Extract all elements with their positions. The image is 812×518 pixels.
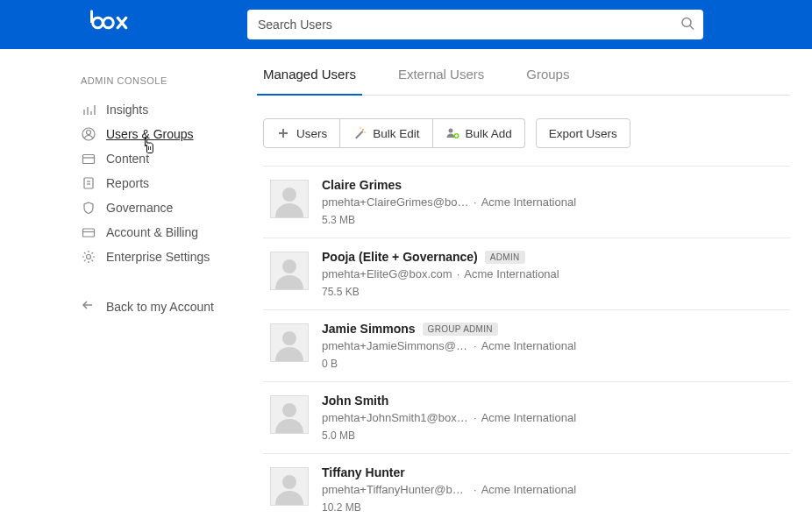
user-icon xyxy=(81,126,96,142)
bulk-add-button[interactable]: Bulk Add xyxy=(433,118,525,148)
export-users-button[interactable]: Export Users xyxy=(536,118,630,148)
sidebar-item-insights[interactable]: Insights xyxy=(81,102,241,117)
sidebar-item-reports[interactable]: Reports xyxy=(81,175,241,191)
separator-icon: · xyxy=(474,339,477,352)
avatar xyxy=(270,252,309,290)
gear-icon xyxy=(81,249,96,265)
button-label: Bulk Edit xyxy=(373,127,419,140)
svg-rect-8 xyxy=(83,155,95,164)
sidebar-item-label: Content xyxy=(106,152,149,166)
back-to-account[interactable]: Back to my Account xyxy=(81,298,241,315)
svg-point-15 xyxy=(87,255,91,259)
sidebar-item-label: Reports xyxy=(106,176,149,190)
arrow-left-icon xyxy=(81,298,96,315)
user-info: Pooja (Elite + Governance)ADMINpmehta+El… xyxy=(322,250,790,298)
sidebar-item-label: Governance xyxy=(106,201,173,215)
separator-icon: · xyxy=(474,483,477,496)
user-info: Tiffany Hunterpmehta+TiffanyHunter@box.c… xyxy=(322,465,790,514)
chart-icon xyxy=(81,102,96,117)
tab-managed-users[interactable]: Managed Users xyxy=(263,67,356,95)
svg-rect-13 xyxy=(83,229,95,237)
user-storage-size: 75.5 KB xyxy=(322,286,790,298)
user-role-badge: GROUP ADMIN xyxy=(423,323,498,336)
back-label: Back to my Account xyxy=(106,300,214,314)
plus-icon xyxy=(276,126,290,140)
main-content: Managed Users External Users Groups User… xyxy=(241,49,812,518)
document-icon xyxy=(81,175,96,191)
separator-icon: · xyxy=(474,411,477,424)
separator-icon: · xyxy=(474,195,477,209)
avatar xyxy=(270,467,309,506)
sidebar-item-label: Enterprise Settings xyxy=(106,250,210,264)
folder-icon xyxy=(81,151,96,167)
add-users-button[interactable]: Users xyxy=(263,118,340,148)
user-info: Jamie SimmonsGROUP ADMINpmehta+JamieSimm… xyxy=(322,322,790,370)
user-meta: pmehta+EliteG@box.com·Acme International xyxy=(322,267,790,280)
svg-point-22 xyxy=(448,129,452,133)
avatar xyxy=(270,395,309,434)
svg-point-20 xyxy=(364,131,366,133)
user-row[interactable]: John Smithpmehta+JohnSmith1@box.com·Acme… xyxy=(263,382,790,454)
user-name: Claire Grimes xyxy=(322,178,402,192)
user-meta: pmehta+TiffanyHunter@box.com·Acme Intern… xyxy=(322,483,790,496)
sidebar-item-account-billing[interactable]: Account & Billing xyxy=(81,224,241,240)
user-info: John Smithpmehta+JohnSmith1@box.com·Acme… xyxy=(322,394,790,442)
user-row[interactable]: Jamie SimmonsGROUP ADMINpmehta+JamieSimm… xyxy=(263,310,790,382)
user-storage-size: 5.3 MB xyxy=(322,214,790,226)
user-email: pmehta+TiffanyHunter@box.com xyxy=(322,483,469,496)
user-role-badge: ADMIN xyxy=(485,251,525,264)
button-label: Bulk Add xyxy=(466,127,512,140)
user-name: John Smith xyxy=(322,394,388,408)
sidebar-item-content[interactable]: Content xyxy=(81,151,241,167)
user-row[interactable]: Pooja (Elite + Governance)ADMINpmehta+El… xyxy=(263,238,790,310)
user-email: pmehta+JamieSimmons@box.com xyxy=(322,339,469,352)
user-storage-size: 10.2 MB xyxy=(322,501,790,514)
svg-point-21 xyxy=(360,127,361,129)
users-add-icon xyxy=(445,126,459,140)
search-input[interactable] xyxy=(247,10,703,39)
user-name: Tiffany Hunter xyxy=(322,465,405,479)
user-company: Acme International xyxy=(464,267,559,280)
tab-external-users[interactable]: External Users xyxy=(398,67,484,95)
button-label: Export Users xyxy=(549,127,617,140)
bulk-edit-button[interactable]: Bulk Edit xyxy=(340,118,432,148)
box-logo[interactable] xyxy=(88,10,133,40)
user-storage-size: 0 B xyxy=(322,358,790,370)
user-list: Claire Grimespmehta+ClaireGrimes@box.com… xyxy=(263,166,790,518)
shield-icon xyxy=(81,200,96,216)
toolbar: Users Bulk Edit xyxy=(263,96,790,166)
button-label: Users xyxy=(296,127,327,140)
user-row[interactable]: Claire Grimespmehta+ClaireGrimes@box.com… xyxy=(263,167,790,238)
user-company: Acme International xyxy=(481,195,576,209)
user-meta: pmehta+JohnSmith1@box.com·Acme Internati… xyxy=(322,411,790,424)
sidebar-item-label: Users & Groups xyxy=(106,127,194,141)
user-meta: pmehta+ClaireGrimes@box.com·Acme Interna… xyxy=(322,195,790,209)
sidebar-item-governance[interactable]: Governance xyxy=(81,200,241,216)
svg-point-28 xyxy=(282,331,296,345)
sidebar-item-users-groups[interactable]: Users & Groups xyxy=(81,126,241,142)
sidebar-item-label: Insights xyxy=(106,103,148,117)
user-company: Acme International xyxy=(481,411,576,424)
svg-point-19 xyxy=(362,129,364,131)
svg-point-29 xyxy=(282,403,296,417)
svg-line-1 xyxy=(690,26,694,30)
sidebar-item-enterprise-settings[interactable]: Enterprise Settings xyxy=(81,249,241,265)
tab-groups[interactable]: Groups xyxy=(526,67,569,95)
svg-point-26 xyxy=(282,188,296,202)
search-icon[interactable] xyxy=(680,17,694,33)
sidebar-item-label: Account & Billing xyxy=(106,225,198,239)
user-row[interactable]: Tiffany Hunterpmehta+TiffanyHunter@box.c… xyxy=(263,454,790,518)
sidebar: ADMIN CONSOLE Insights Users & Groups xyxy=(0,49,241,518)
avatar xyxy=(270,180,309,218)
user-info: Claire Grimespmehta+ClaireGrimes@box.com… xyxy=(322,178,790,226)
user-company: Acme International xyxy=(481,339,576,352)
svg-point-0 xyxy=(682,18,691,27)
tabs: Managed Users External Users Groups xyxy=(263,49,790,96)
wand-orange-icon xyxy=(353,126,367,140)
user-email: pmehta+EliteG@box.com xyxy=(322,267,452,280)
svg-point-30 xyxy=(282,475,296,489)
svg-rect-10 xyxy=(84,178,93,188)
svg-point-27 xyxy=(282,259,296,273)
svg-point-7 xyxy=(87,131,91,135)
user-email: pmehta+JohnSmith1@box.com xyxy=(322,411,469,424)
